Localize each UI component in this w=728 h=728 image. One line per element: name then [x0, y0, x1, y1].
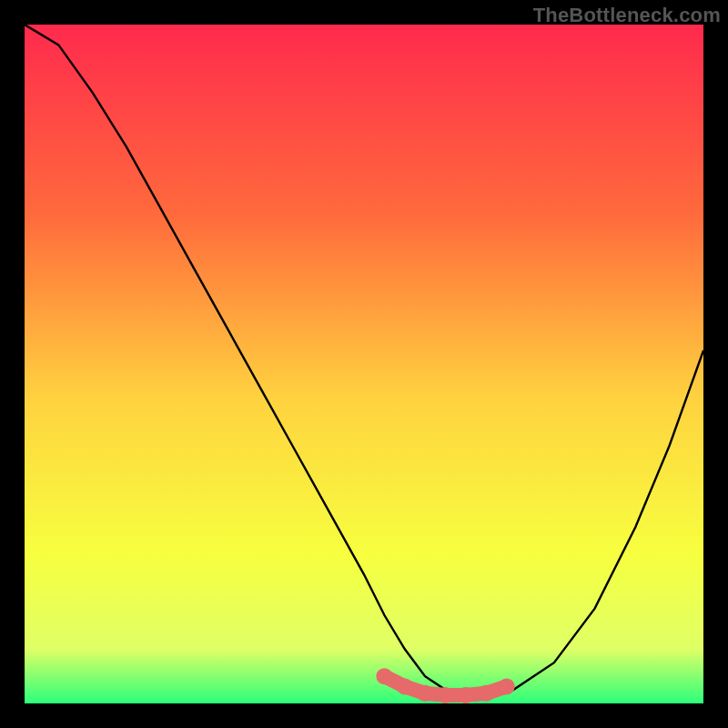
- gradient-background: [25, 25, 703, 703]
- marker-dot: [458, 687, 474, 703]
- chart-frame: [25, 25, 703, 703]
- marker-dot: [397, 678, 413, 694]
- bottleneck-chart: [25, 25, 703, 703]
- marker-dot: [499, 678, 515, 694]
- marker-dot: [478, 685, 494, 702]
- marker-dot: [438, 687, 454, 703]
- marker-dot: [376, 668, 392, 684]
- marker-dot: [417, 685, 433, 702]
